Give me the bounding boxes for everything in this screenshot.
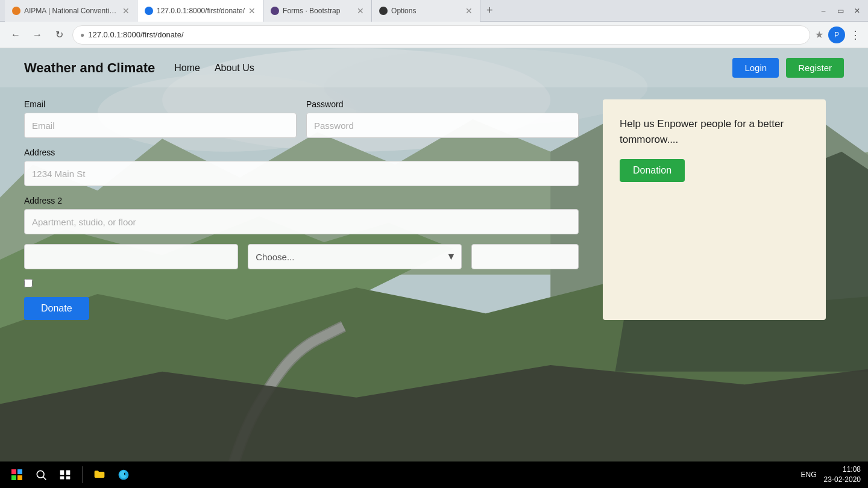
address2-label: Address 2 <box>24 196 579 205</box>
maximize-button[interactable]: ▭ <box>834 5 846 17</box>
tab-label-bootstrap: Forms · Bootstrap <box>283 7 353 15</box>
state-group: Choose... Alabama California New York ▼ <box>248 244 462 269</box>
tab-icon-donate <box>145 7 153 15</box>
tab-close-donate[interactable]: ✕ <box>248 6 256 16</box>
city-state-zip-row: Choose... Alabama California New York ▼ <box>24 244 579 279</box>
address2-group: Address 2 <box>24 196 579 234</box>
tab-icon-bootstrap <box>271 7 279 15</box>
brand-name: Weather and Climate <box>24 60 155 76</box>
password-label: Password <box>306 99 579 109</box>
email-password-row: Email Password <box>24 99 579 148</box>
svg-rect-17 <box>66 471 71 475</box>
nav-links: Home About Us <box>174 63 732 74</box>
checkbox-row <box>24 279 579 287</box>
city-group <box>24 244 238 269</box>
taskbar-date-display: 23-02-2020 <box>824 475 861 485</box>
svg-rect-10 <box>11 469 16 474</box>
url-text: 127.0.0.1:8000/first/donate/ <box>88 30 183 39</box>
bookmark-star-icon[interactable]: ★ <box>815 29 823 40</box>
address-bar: ← → ↻ ● 127.0.0.1:8000/first/donate/ ★ P… <box>0 22 868 48</box>
close-button[interactable]: ✕ <box>851 5 863 17</box>
email-group: Email <box>24 99 297 138</box>
tab-close-aipma[interactable]: ✕ <box>122 6 130 16</box>
address-group: Address <box>24 148 579 186</box>
svg-point-14 <box>37 471 44 478</box>
task-view-icon[interactable] <box>55 465 75 484</box>
taskbar-clock: 11:08 23-02-2020 <box>824 465 861 485</box>
edge-browser-icon[interactable] <box>114 465 133 484</box>
city-input[interactable] <box>24 244 238 269</box>
svg-line-15 <box>43 477 46 480</box>
url-bar[interactable]: ● 127.0.0.1:8000/first/donate/ <box>72 25 810 45</box>
navbar: Weather and Climate Home About Us Login … <box>0 48 868 87</box>
browser-frame: AIPMA | National Convention on... ✕ 127.… <box>0 0 868 488</box>
svg-rect-11 <box>17 469 22 474</box>
address2-input[interactable] <box>24 209 579 234</box>
nav-home[interactable]: Home <box>174 63 200 74</box>
svg-rect-19 <box>66 477 71 480</box>
search-taskbar-icon[interactable] <box>31 465 51 484</box>
tab-label-aipma: AIPMA | National Convention on... <box>24 7 119 15</box>
svg-rect-12 <box>11 475 16 480</box>
main-area: Email Password Address Address 2 <box>0 87 868 332</box>
donate-button[interactable]: Donate <box>24 297 89 320</box>
svg-rect-13 <box>17 475 22 480</box>
nav-actions: Login Register <box>732 58 844 78</box>
tab-aipma[interactable]: AIPMA | National Convention on... ✕ <box>5 0 137 22</box>
donation-button[interactable]: Donation <box>620 159 685 182</box>
tab-label-github: Options <box>391 7 462 15</box>
nav-about[interactable]: About Us <box>215 63 254 74</box>
email-input[interactable] <box>24 113 297 138</box>
zip-group <box>471 244 579 269</box>
svg-rect-18 <box>60 477 64 480</box>
taskbar-right: ENG 11:08 23-02-2020 <box>801 465 861 485</box>
address-input[interactable] <box>24 161 579 186</box>
tab-label-donate: 127.0.0.1:8000/first/donate/ <box>157 7 245 15</box>
taskbar-lang: ENG <box>801 471 817 479</box>
tab-bar: AIPMA | National Convention on... ✕ 127.… <box>5 0 813 22</box>
svg-rect-16 <box>60 471 64 475</box>
donation-card: Help us Enpower people for a better tomm… <box>603 99 826 320</box>
agree-checkbox[interactable] <box>24 279 33 287</box>
window-controls: – ▭ ✕ <box>813 5 863 17</box>
page-content: Weather and Climate Home About Us Login … <box>0 48 868 488</box>
back-button[interactable]: ← <box>7 27 24 43</box>
forward-button[interactable]: → <box>29 27 46 43</box>
donation-card-text: Help us Enpower people for a better tomm… <box>620 116 809 147</box>
address-label: Address <box>24 148 579 157</box>
form-section: Email Password Address Address 2 <box>24 99 579 320</box>
tab-bootstrap[interactable]: Forms · Bootstrap ✕ <box>263 0 372 22</box>
zip-input[interactable] <box>471 244 579 269</box>
tab-icon-github <box>379 7 388 15</box>
reload-button[interactable]: ↻ <box>51 27 68 43</box>
profile-button[interactable]: P <box>828 27 845 43</box>
state-select[interactable]: Choose... Alabama California New York <box>248 244 462 269</box>
taskbar-separator <box>82 466 83 483</box>
secure-icon: ● <box>80 31 84 39</box>
login-button[interactable]: Login <box>732 58 779 78</box>
tab-github[interactable]: Options ✕ <box>372 0 480 22</box>
title-bar: AIPMA | National Convention on... ✕ 127.… <box>0 0 868 22</box>
start-button[interactable] <box>7 465 27 484</box>
tab-icon-aipma <box>12 7 20 15</box>
new-tab-button[interactable]: + <box>480 0 499 22</box>
email-label: Email <box>24 99 297 109</box>
password-input[interactable] <box>306 113 579 138</box>
taskbar: ENG 11:08 23-02-2020 <box>0 461 868 488</box>
file-explorer-icon[interactable] <box>90 465 109 484</box>
minimize-button[interactable]: – <box>817 5 829 17</box>
tab-close-github[interactable]: ✕ <box>465 6 473 16</box>
tab-donate[interactable]: 127.0.0.1:8000/first/donate/ ✕ <box>137 0 263 22</box>
register-button[interactable]: Register <box>786 58 844 78</box>
taskbar-time-display: 11:08 <box>824 465 861 475</box>
tab-close-bootstrap[interactable]: ✕ <box>357 6 364 16</box>
browser-menu-button[interactable]: ⋮ <box>850 28 861 42</box>
password-group: Password <box>306 99 579 138</box>
